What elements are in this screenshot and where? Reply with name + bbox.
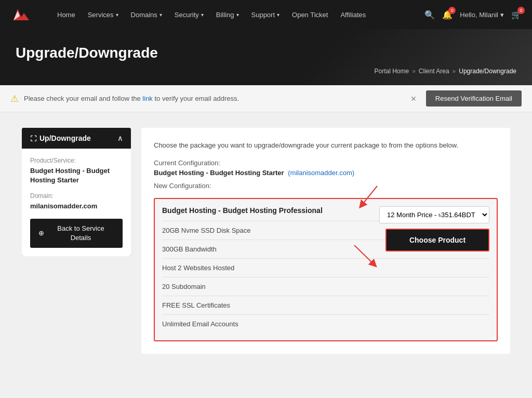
feature-ssl: FREE SSL Certificates	[162, 296, 489, 314]
product-card: Budget Hosting - Budget Hosting Professi…	[154, 198, 498, 341]
nav-support[interactable]: Support ▾	[246, 8, 285, 22]
product-value: Budget Hosting - Budget Hosting Starter	[30, 166, 123, 185]
domain-value: milanisomadder.com	[30, 202, 123, 211]
breadcrumb-client-area[interactable]: Client Area	[419, 68, 449, 75]
verify-link[interactable]: link	[142, 95, 153, 102]
product-actions: 12 Month Price - ৳351.64BDT Choose Produ…	[379, 206, 489, 251]
breadcrumb-sep-1: »	[412, 68, 416, 75]
chevron-down-icon: ▾	[159, 12, 162, 18]
cart-icon[interactable]: 🛒 0	[511, 10, 522, 20]
sidebar-panel: ⛶Up/Downgrade ∧ Product/Service: Budget …	[22, 128, 131, 256]
alert-bar: ⚠ Please check your email and follow the…	[0, 85, 532, 112]
svg-line-4	[354, 245, 374, 264]
sidebar-header[interactable]: ⛶Up/Downgrade ∧	[22, 128, 131, 149]
nav-home[interactable]: Home	[52, 8, 81, 22]
domain-label: Domain:	[30, 192, 123, 200]
breadcrumb-portal-home[interactable]: Portal Home	[374, 68, 409, 75]
collapse-icon[interactable]: ∧	[117, 134, 123, 142]
user-menu[interactable]: Hello, Milanil ▾	[460, 11, 504, 19]
breadcrumb: Portal Home » Client Area » Upgrade/Down…	[16, 68, 516, 75]
nav-links: Home Services ▾ Domains ▾ Security ▾ Bil…	[52, 8, 419, 22]
nav-domains[interactable]: Domains ▾	[126, 8, 167, 22]
alert-message: Please check your email and follow the l…	[24, 95, 401, 102]
breadcrumb-sep-2: »	[453, 68, 456, 75]
circle-arrow-icon: ⊕	[38, 229, 44, 238]
navbar: Home Services ▾ Domains ▾ Security ▾ Bil…	[0, 0, 532, 29]
current-config-value: Budget Hosting - Budget Hosting Starter …	[154, 169, 498, 177]
notification-badge: 0	[448, 7, 456, 14]
cart-badge: 0	[517, 7, 525, 14]
feature-subdomain: 20 Subdomain	[162, 277, 489, 296]
current-config-domain[interactable]: (milanisomadder.com)	[288, 169, 354, 177]
alert-close-button[interactable]: ✕	[406, 95, 421, 103]
nav-services[interactable]: Services ▾	[83, 8, 124, 22]
back-to-service-details-button[interactable]: ⊕ Back to Service Details	[30, 219, 123, 248]
product-label: Product/Service:	[30, 157, 123, 164]
svg-line-3	[362, 186, 377, 205]
chevron-down-icon: ▾	[116, 12, 118, 18]
new-config-section: New Configuration:	[154, 182, 498, 190]
chevron-down-icon: ▾	[236, 12, 239, 18]
sidebar-title: ⛶Up/Downgrade	[30, 134, 91, 142]
red-arrow-2	[349, 243, 380, 269]
sidebar: ⛶Up/Downgrade ∧ Product/Service: Budget …	[22, 128, 131, 354]
chevron-down-icon: ▾	[201, 12, 204, 18]
choose-product-button[interactable]: Choose Product	[385, 229, 489, 251]
nav-affiliates[interactable]: Affiliates	[335, 8, 371, 22]
nav-security[interactable]: Security ▾	[169, 8, 209, 22]
sidebar-body: Product/Service: Budget Hosting - Budget…	[22, 149, 131, 256]
svg-rect-0	[10, 4, 32, 25]
new-config-label: New Configuration:	[154, 182, 498, 190]
chevron-down-icon: ▾	[500, 11, 504, 19]
panel-intro: Choose the package you want to upgrade/d…	[154, 140, 498, 151]
page-title: Upgrade/Downgrade	[16, 45, 516, 61]
warning-icon: ⚠	[10, 93, 19, 104]
main-panel: Choose the package you want to upgrade/d…	[141, 128, 510, 354]
search-icon[interactable]: 🔍	[424, 10, 435, 20]
feature-email: Unlimited Email Accounts	[162, 314, 489, 333]
bell-icon[interactable]: 🔔 0	[442, 10, 453, 20]
chevron-down-icon: ▾	[277, 12, 280, 18]
brand-logo[interactable]	[10, 4, 36, 25]
current-config-section: Current Configuration: Budget Hosting - …	[154, 159, 498, 177]
hero-banner: Upgrade/Downgrade Portal Home » Client A…	[0, 29, 532, 85]
nav-open-ticket[interactable]: Open Ticket	[287, 8, 333, 22]
current-config-label: Current Configuration:	[154, 159, 498, 167]
nav-right: 🔍 🔔 0 Hello, Milanil ▾ 🛒 0	[424, 10, 522, 20]
feature-websites: Host 2 Websites Hosted	[162, 258, 489, 277]
price-period-select[interactable]: 12 Month Price - ৳351.64BDT	[379, 206, 489, 223]
resend-verification-button[interactable]: Resend Verification Email	[426, 90, 522, 107]
main-content: ⛶Up/Downgrade ∧ Product/Service: Budget …	[11, 112, 521, 369]
breadcrumb-current: Upgrade/Downgrade	[459, 68, 516, 75]
nav-billing[interactable]: Billing ▾	[211, 8, 244, 22]
red-arrow-1	[351, 183, 382, 209]
